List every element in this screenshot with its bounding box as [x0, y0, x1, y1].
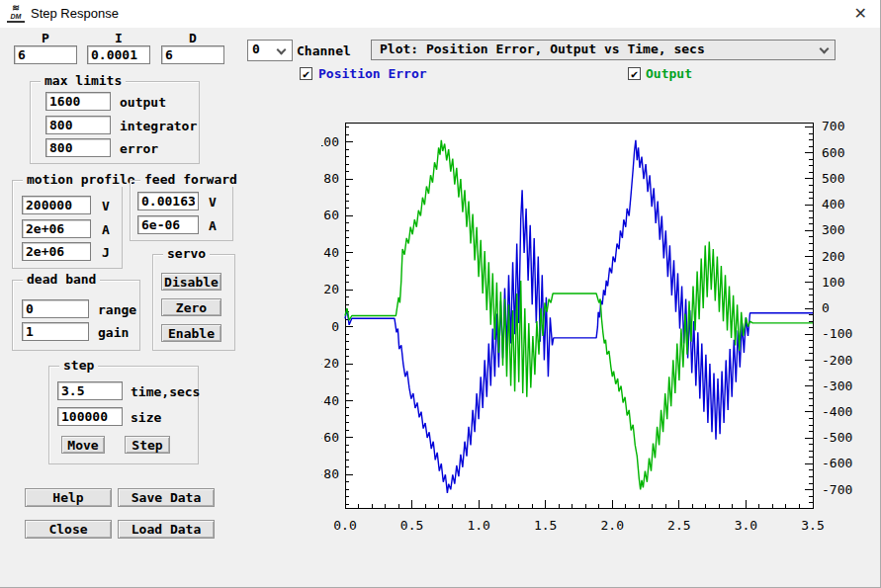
svg-text:3.0: 3.0	[735, 518, 757, 533]
svg-text:-500: -500	[822, 430, 852, 445]
svg-text:200: 200	[822, 249, 844, 264]
channel-label: Channel	[297, 43, 351, 58]
svg-text:-20: -20	[321, 356, 339, 371]
jerk-input[interactable]	[22, 242, 91, 261]
svg-text:-600: -600	[822, 456, 852, 470]
svg-text:-400: -400	[822, 404, 852, 419]
velocity-input[interactable]	[22, 196, 91, 214]
d-label: D	[161, 31, 224, 45]
svg-text:300: 300	[822, 222, 844, 237]
svg-text:-80: -80	[321, 466, 339, 481]
chevron-down-icon	[277, 45, 287, 55]
svg-text:80: 80	[323, 171, 339, 186]
range-input[interactable]	[22, 299, 89, 318]
svg-text:400: 400	[822, 197, 844, 211]
ff-velocity-label: V	[209, 195, 217, 210]
svg-text:-100: -100	[822, 326, 852, 341]
plot-select[interactable]: Plot: Position Error, Output vs Time, se…	[371, 40, 836, 60]
max-error-label: error	[120, 141, 158, 156]
svg-text:700: 700	[822, 119, 844, 133]
ff-acceleration-label: A	[209, 218, 217, 233]
svg-text:0: 0	[331, 319, 339, 334]
output-label: Output	[646, 66, 692, 81]
window-title: Step Response	[31, 6, 119, 21]
save-data-button[interactable]: Save Data	[118, 488, 215, 507]
step-time-input[interactable]	[57, 381, 123, 400]
svg-text:600: 600	[822, 145, 844, 160]
ff-velocity-input[interactable]	[137, 192, 199, 210]
title-bar: DM Step Response ✕	[0, 0, 881, 28]
plot-select-value: Plot: Position Error, Output vs Time, se…	[380, 42, 705, 56]
jerk-label: J	[102, 245, 110, 260]
channel-select[interactable]: 0	[247, 40, 293, 61]
output-checkbox[interactable]: ✔	[628, 67, 641, 80]
svg-text:-60: -60	[321, 430, 339, 445]
disable-button[interactable]: Disable	[161, 273, 221, 291]
svg-text:-40: -40	[321, 393, 339, 408]
svg-text:20: 20	[323, 282, 339, 296]
app-icon: DM	[7, 5, 25, 23]
svg-text:60: 60	[323, 208, 339, 222]
step-response-plot: 100806040200-20-40-60-807006005004003002…	[321, 99, 865, 553]
gain-input[interactable]	[22, 322, 89, 341]
dead-band-title: dead band	[23, 272, 100, 287]
svg-text:0.0: 0.0	[333, 518, 356, 533]
gain-label: gain	[98, 325, 129, 340]
svg-text:2.5: 2.5	[667, 518, 690, 533]
svg-text:100: 100	[321, 134, 339, 149]
svg-text:0.5: 0.5	[400, 518, 423, 533]
svg-text:3.5: 3.5	[801, 518, 824, 533]
acceleration-input[interactable]	[22, 219, 91, 238]
p-input[interactable]	[14, 45, 77, 64]
svg-text:-700: -700	[822, 482, 852, 497]
svg-text:40: 40	[323, 245, 339, 260]
svg-text:2.0: 2.0	[601, 518, 624, 533]
range-label: range	[98, 302, 136, 317]
step-time-label: time,secs	[131, 384, 200, 399]
step-title: step	[59, 358, 98, 373]
velocity-label: V	[102, 199, 110, 213]
max-integrator-label: integrator	[120, 119, 197, 133]
servo-title: servo	[163, 246, 210, 261]
enable-button[interactable]: Enable	[161, 324, 221, 342]
svg-text:0: 0	[822, 300, 830, 315]
step-button[interactable]: Step	[125, 436, 170, 454]
help-button[interactable]: Help	[25, 488, 112, 507]
svg-text:500: 500	[822, 171, 844, 186]
max-error-input[interactable]	[45, 138, 111, 157]
i-input[interactable]	[87, 45, 150, 64]
move-button[interactable]: Move	[61, 436, 105, 454]
load-data-button[interactable]: Load Data	[118, 520, 215, 539]
zero-button[interactable]: Zero	[161, 298, 221, 316]
motion-profile-title: motion profile	[23, 172, 139, 187]
close-icon[interactable]: ✕	[854, 4, 867, 23]
svg-text:1.5: 1.5	[534, 518, 557, 533]
acceleration-label: A	[102, 222, 110, 237]
max-limits-title: max limits	[41, 73, 126, 88]
max-integrator-input[interactable]	[45, 116, 111, 134]
channel-value: 0	[252, 42, 260, 56]
svg-text:-200: -200	[822, 353, 852, 368]
d-input[interactable]	[161, 45, 224, 64]
svg-text:1.0: 1.0	[467, 518, 489, 533]
step-response-window: DM Step Response ✕ P I D 0 Channel Plot:…	[0, 0, 881, 588]
feed-forward-title: feed forward	[140, 172, 241, 187]
position-error-label: Position Error	[318, 66, 427, 81]
chevron-down-icon	[820, 44, 830, 54]
svg-text:-300: -300	[822, 378, 852, 393]
step-size-input[interactable]	[57, 407, 123, 426]
position-error-checkbox[interactable]: ✔	[300, 67, 312, 80]
p-label: P	[14, 31, 77, 45]
max-output-label: output	[120, 95, 166, 110]
svg-text:100: 100	[822, 275, 844, 290]
ff-acceleration-input[interactable]	[137, 215, 199, 234]
step-size-label: size	[131, 410, 161, 425]
close-button[interactable]: Close	[25, 520, 112, 539]
i-label: I	[87, 31, 150, 45]
max-output-input[interactable]	[45, 92, 111, 111]
